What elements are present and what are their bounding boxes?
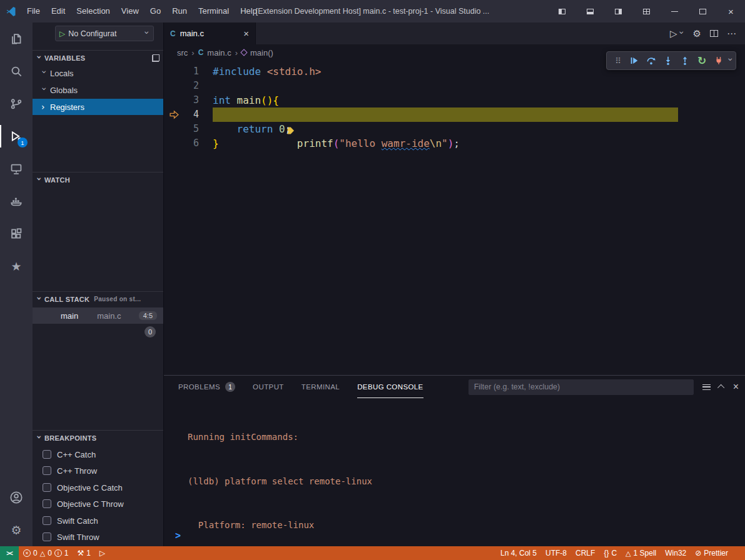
notifications-bell-icon[interactable] [732,549,741,558]
menu-file[interactable]: File [21,0,46,22]
close-button[interactable]: × [717,0,745,22]
variables-globals[interactable]: › Globals [33,82,163,98]
breakpoint-label: C++ Throw [57,466,97,476]
breakpoint-cpp-throw[interactable]: C++ Throw [33,462,163,479]
activity-search[interactable] [0,55,33,88]
toggle-panel-icon[interactable] [576,0,604,22]
language-mode[interactable]: {} C [599,546,621,560]
collapse-all-icon[interactable] [152,54,160,62]
breakpoint-objc-catch[interactable]: Objective C Catch [33,479,163,496]
menu-run[interactable]: Run [166,0,193,22]
eol-sequence[interactable]: CRLF [571,546,599,560]
run-or-debug-button[interactable]: ▷› [670,29,684,39]
console-filter-input[interactable] [469,379,694,395]
activity-source-control[interactable] [0,88,33,120]
activity-run-and-debug[interactable]: 1 [0,120,33,152]
more-actions-icon[interactable]: ⋯ [727,29,736,38]
stack-frame-row[interactable]: main main.c 4:5 [33,308,163,324]
breadcrumb-symbol[interactable]: main() [250,48,273,58]
remote-indicator[interactable]: >< [0,546,19,560]
activity-explorer[interactable] [0,22,33,55]
window-title: [Extension Development Host] main.c - te… [256,7,490,16]
cursor-position[interactable]: Ln 4, Col 5 [496,546,541,560]
breakpoint-swift-catch[interactable]: Swift Catch [33,512,163,529]
toggle-sidebar-icon[interactable] [548,0,576,22]
code-line-5[interactable]: 5 return 0; [164,122,745,136]
breakpoint-cpp-catch[interactable]: C++ Catch [33,446,163,462]
menu-go[interactable]: Go [144,0,166,22]
activity-docker[interactable] [0,185,33,218]
disconnect-button[interactable] [711,52,727,69]
minimize-button[interactable] [661,0,689,22]
menu-view[interactable]: View [116,0,144,22]
problems-status[interactable]: × 0 △ 0 i 1 [19,546,73,560]
variables-locals[interactable]: › Locals [33,65,163,81]
watch-section-header[interactable]: › WATCH [33,172,163,187]
activity-remote-explorer[interactable] [0,152,33,185]
formatter-status[interactable]: ⊘ Prettier [691,546,732,560]
menu-terminal[interactable]: Terminal [193,0,235,22]
checkbox[interactable] [43,499,51,508]
continue-button[interactable] [626,52,642,69]
step-over-button[interactable] [643,52,659,69]
debug-console-output[interactable]: Running initCommands: (lldb) platform se… [164,401,745,528]
breakpoint-swift-throw[interactable]: Swift Throw [33,529,163,545]
step-into-button[interactable] [660,52,676,69]
console-input-prompt[interactable]: > [175,530,181,541]
tab-output[interactable]: OUTPUT [253,376,284,398]
watch-title: WATCH [44,176,70,184]
settings-gear-icon[interactable]: ⚙ [693,29,701,38]
breadcrumb-file[interactable]: main.c [207,48,231,58]
activity-settings[interactable]: ⚙ [0,514,33,546]
debug-session-chevron-icon[interactable]: › [726,58,735,64]
checkbox[interactable] [43,483,51,492]
breakpoints-section-header[interactable]: › BREAKPOINTS [33,430,163,445]
activity-wamr-extension[interactable]: ★ [0,250,33,282]
code-line-3[interactable]: 3 int main(){ [164,93,745,108]
debug-status[interactable]: ▷ [95,546,109,560]
restart-button[interactable]: ↻ [694,52,710,69]
maximize-panel-icon[interactable] [717,384,724,391]
close-panel-icon[interactable]: × [733,381,739,392]
output-options-icon[interactable] [702,384,711,390]
start-debug-icon[interactable]: ▷ [59,29,65,38]
tab-close-icon[interactable]: × [243,28,249,39]
variables-section-header[interactable]: › VARIABLES [33,50,163,65]
checkbox[interactable] [43,516,51,525]
checkbox[interactable] [43,532,51,541]
debug-config-dropdown[interactable]: ▷ No Configurat › [55,26,154,41]
call-stack-status: Paused on st... [94,296,141,302]
tab-main-c[interactable]: C main.c × [164,22,256,44]
encoding[interactable]: UTF-8 [541,546,571,560]
drag-grip-icon[interactable]: ⠿ [609,52,626,69]
checkbox[interactable] [43,450,51,459]
menu-edit[interactable]: Edit [46,0,71,22]
debug-config-label: No Configurat [68,29,141,38]
breakpoint-label: Objective C Throw [57,499,124,509]
debug-stopped-arrow-icon[interactable] [164,108,189,122]
checkbox[interactable] [43,466,51,475]
call-stack-section-header[interactable]: › CALL STACK Paused on st... [33,291,163,306]
maximize-button[interactable] [689,0,717,22]
activity-accounts[interactable] [0,481,33,514]
spell-checker-status[interactable]: △ 1 Spell [621,546,661,560]
menu-selection[interactable]: Selection [71,0,115,22]
platform-status[interactable]: Win32 [661,546,691,560]
breakpoint-objc-throw[interactable]: Objective C Throw [33,496,163,512]
globals-label: Globals [50,86,78,95]
split-editor-icon[interactable] [710,30,718,37]
code-area[interactable]: 1 #include <stdio.h> 2 3 int main(){ 4 [164,61,745,151]
tab-debug-console[interactable]: DEBUG CONSOLE [357,376,423,398]
tab-problems[interactable]: PROBLEMS 1 [178,376,235,398]
step-out-button[interactable] [677,52,693,69]
breadcrumb-folder[interactable]: src [177,48,188,58]
line-number: 1 [189,64,199,79]
variables-registers[interactable]: › Registers [33,99,163,115]
toggle-secondary-sidebar-icon[interactable] [604,0,632,22]
customize-layout-icon[interactable] [632,0,661,22]
code-line-2[interactable]: 2 [164,79,745,93]
tab-terminal[interactable]: TERMINAL [302,376,340,398]
activity-extensions[interactable] [0,218,33,250]
tools-status[interactable]: ⚒ 1 [73,546,95,560]
code-line-4-current[interactable]: 4 printf("hello wamr-ide\n"); [164,108,745,122]
